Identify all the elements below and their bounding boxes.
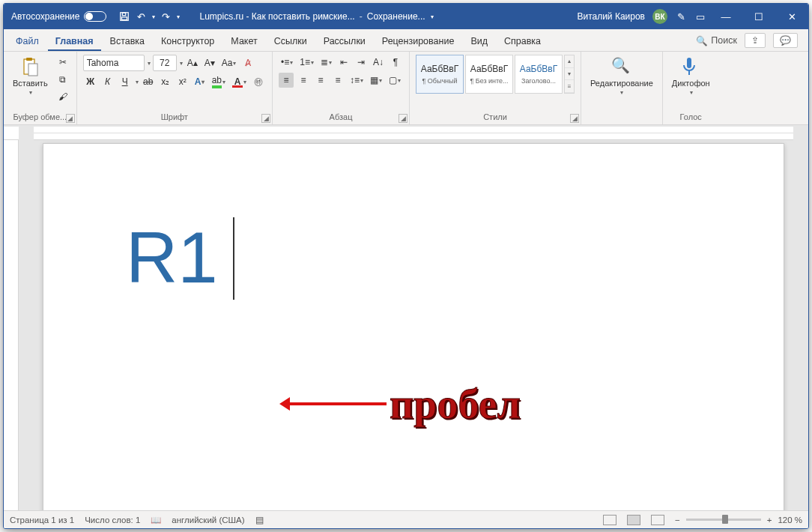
document-page[interactable]: R1 пробел (43, 143, 784, 510)
title-separator: - (360, 11, 363, 22)
tab-layout[interactable]: Макет (223, 32, 264, 51)
horizontal-ruler[interactable] (34, 127, 793, 140)
save-icon[interactable] (118, 10, 130, 22)
font-color-button[interactable]: A▾ (230, 74, 249, 89)
word-count[interactable]: Число слов: 1 (85, 516, 140, 525)
bullets-button[interactable]: •≡▾ (279, 55, 295, 70)
pen-icon[interactable]: ✎ (675, 10, 687, 22)
paste-dropdown-icon: ▾ (29, 89, 32, 96)
document-scroll[interactable]: R1 пробел (19, 140, 808, 510)
vertical-ruler[interactable] (4, 140, 19, 510)
avatar[interactable]: ВК (652, 9, 667, 24)
share-button[interactable]: ⇪ (745, 33, 766, 48)
paste-button[interactable]: Вставить ▾ (10, 55, 51, 97)
align-left-button[interactable]: ≡ (279, 73, 294, 88)
sort-button[interactable]: A↓ (371, 55, 386, 70)
group-editing: 🔍 Редактирование ▾ (581, 52, 663, 124)
zoom-slider[interactable] (686, 519, 761, 521)
italic-button[interactable]: К (100, 74, 115, 89)
undo-icon[interactable]: ↶ (135, 10, 147, 22)
search-box[interactable]: 🔍 Поиск (696, 35, 737, 46)
enclose-button[interactable]: ㊕ (251, 74, 266, 89)
increase-indent-button[interactable]: ⇥ (354, 55, 369, 70)
view-read-button[interactable] (603, 515, 616, 525)
align-right-button[interactable]: ≡ (313, 73, 328, 88)
style-gallery-scroll[interactable]: ▴▾≡ (564, 55, 575, 94)
font-launcher[interactable]: ◢ (261, 114, 270, 123)
qat-more-icon[interactable]: ▾ (177, 13, 180, 20)
clipboard-launcher[interactable]: ◢ (66, 114, 75, 123)
style-normal[interactable]: АаБбВвГ ¶ Обычный (416, 55, 464, 94)
underline-button[interactable]: Ч (118, 74, 133, 89)
grow-font-button[interactable]: A▴ (185, 55, 200, 70)
spell-check-icon[interactable]: 📖 (151, 515, 161, 525)
tab-references[interactable]: Ссылки (267, 32, 315, 51)
comments-button[interactable]: 💬 (773, 33, 798, 48)
styles-launcher[interactable]: ◢ (570, 114, 579, 123)
page-indicator[interactable]: Страница 1 из 1 (10, 516, 74, 525)
strike-button[interactable]: ab (141, 74, 156, 89)
ribbon-mode-icon[interactable]: ▭ (694, 10, 706, 22)
tab-help[interactable]: Справка (497, 32, 548, 51)
text-effects-button[interactable]: A▾ (193, 74, 207, 89)
macro-icon[interactable]: ▤ (255, 515, 264, 525)
shrink-font-button[interactable]: A▾ (202, 55, 217, 70)
clear-formatting-button[interactable]: A̷ (240, 55, 255, 70)
zoom-out-button[interactable]: − (675, 516, 680, 525)
bold-button[interactable]: Ж (83, 74, 98, 89)
style-nospacing[interactable]: АаБбВвГ ¶ Без инте... (465, 55, 513, 94)
editing-button[interactable]: 🔍 Редактирование ▾ (587, 55, 656, 97)
tab-file[interactable]: Файл (8, 32, 46, 51)
paragraph-launcher[interactable]: ◢ (399, 114, 407, 123)
superscript-button[interactable]: x² (175, 74, 190, 89)
font-name-input[interactable]: Tahoma (83, 55, 145, 71)
tab-design[interactable]: Конструктор (154, 32, 222, 51)
multilevel-button[interactable]: ≣▾ (318, 55, 334, 70)
tab-mailings[interactable]: Рассылки (316, 32, 373, 51)
tab-view[interactable]: Вид (463, 32, 495, 51)
font-name-dd[interactable]: ▾ (148, 60, 151, 67)
annotation-text: пробел (390, 380, 521, 428)
change-case-button[interactable]: Aa▾ (219, 55, 239, 70)
autosave-toggle[interactable] (84, 11, 106, 22)
document-text[interactable]: R1 (126, 217, 218, 297)
align-center-button[interactable]: ≡ (296, 73, 311, 88)
line-spacing-button[interactable]: ↕≡▾ (348, 73, 366, 88)
font-group-label: Шрифт (83, 111, 266, 123)
style-preview: АаБбВвГ (470, 64, 508, 74)
font-size-dd[interactable]: ▾ (180, 60, 183, 67)
shading-button[interactable]: ▦▾ (368, 73, 384, 88)
style-heading1[interactable]: АаБбВвГ Заголово... (515, 55, 563, 94)
maximize-button[interactable]: ☐ (742, 4, 775, 29)
numbering-button[interactable]: 1≡▾ (297, 55, 316, 70)
underline-dd[interactable]: ▾ (136, 79, 139, 85)
zoom-level[interactable]: 120 % (778, 516, 802, 525)
document-title: Lumpics.ru - Как поставить римские... (199, 11, 354, 22)
tab-home[interactable]: Главная (48, 32, 101, 51)
search-icon: 🔍 (696, 35, 708, 46)
subscript-button[interactable]: x₂ (158, 74, 173, 89)
show-marks-button[interactable]: ¶ (388, 55, 403, 70)
view-print-button[interactable] (627, 515, 640, 525)
zoom-in-button[interactable]: + (767, 516, 772, 525)
tab-insert[interactable]: Вставка (103, 32, 152, 51)
title-bar: Автосохранение ↶▾ ↷ ▾ Lumpics.ru - Как п… (4, 4, 808, 29)
decrease-indent-button[interactable]: ⇤ (336, 55, 351, 70)
dictate-button[interactable]: Диктофон ▾ (669, 55, 713, 97)
highlight-button[interactable]: ab▾ (210, 74, 228, 89)
minimize-button[interactable]: — (709, 4, 742, 29)
search-placeholder: Поиск (711, 35, 737, 46)
font-size-input[interactable]: 72 (153, 55, 177, 71)
format-painter-button[interactable]: 🖌 (55, 89, 70, 104)
language-indicator[interactable]: английский (США) (172, 516, 244, 525)
editing-dropdown-icon: ▾ (620, 89, 623, 96)
redo-icon[interactable]: ↷ (160, 10, 172, 22)
copy-button[interactable]: ⧉ (55, 72, 70, 87)
justify-button[interactable]: ≡ (330, 73, 345, 88)
tab-review[interactable]: Рецензирование (375, 32, 462, 51)
view-web-button[interactable] (651, 515, 664, 525)
title-dropdown-icon[interactable]: ▾ (431, 13, 434, 20)
cut-button[interactable]: ✂ (55, 55, 70, 70)
borders-button[interactable]: ▢▾ (387, 73, 403, 88)
close-button[interactable]: ✕ (775, 4, 808, 29)
